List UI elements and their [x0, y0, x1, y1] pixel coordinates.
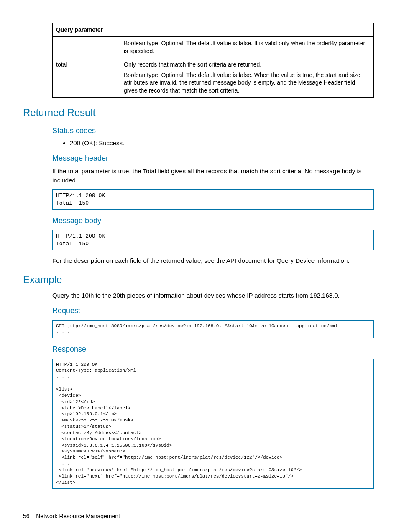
footer-title: Network Resource Management — [36, 513, 120, 519]
status-codes-heading: Status codes — [52, 126, 374, 136]
table-row: Boolean type. Optional. The default valu… — [53, 36, 374, 58]
message-body-heading: Message body — [52, 216, 374, 226]
example-heading: Example — [23, 273, 374, 286]
request-code: GET jttp://imc_host:8080/imcrs/plat/res/… — [52, 320, 374, 339]
table-header-row: Query parameter — [53, 23, 374, 37]
param-name-cell: total — [53, 58, 120, 98]
message-header-code: HTTP/1.1 200 OK Total: 150 — [52, 189, 374, 210]
response-heading: Response — [52, 344, 374, 354]
param-desc-cell: Boolean type. Optional. The default valu… — [120, 36, 374, 58]
returned-result-heading: Returned Result — [23, 106, 374, 119]
query-parameter-table: Query parameter Boolean type. Optional. … — [52, 23, 374, 98]
message-body-code: HTTP/1.1 200 OK Total: 150 — [52, 230, 374, 250]
param-name-cell — [53, 36, 120, 58]
message-header-heading: Message header — [52, 153, 374, 163]
returned-result-content: Status codes 200 (OK): Success. Message … — [52, 126, 374, 266]
document-page: Query parameter Boolean type. Optional. … — [0, 0, 399, 532]
table-row: total Only records that match the sort c… — [53, 58, 374, 98]
param-desc-cell: Only records that match the sort criteri… — [120, 58, 374, 98]
request-heading: Request — [52, 306, 374, 316]
page-number: 56 — [23, 513, 30, 519]
table-header: Query parameter — [53, 23, 374, 37]
status-code-item: 200 (OK): Success. — [70, 139, 374, 147]
response-code: HTTP/1.1 200 OK Content-Type: applicatio… — [52, 359, 374, 489]
page-footer: 56 Network Resource Management — [23, 512, 120, 520]
message-header-text: If the total parameter is true, the Tota… — [52, 167, 374, 185]
message-body-after: For the description on each field of the… — [52, 256, 374, 265]
status-codes-list: 200 (OK): Success. — [52, 139, 374, 147]
example-intro: Query the 10th to the 20th pieces of inf… — [52, 291, 374, 300]
example-content: Query the 10th to the 20th pieces of inf… — [52, 291, 374, 489]
